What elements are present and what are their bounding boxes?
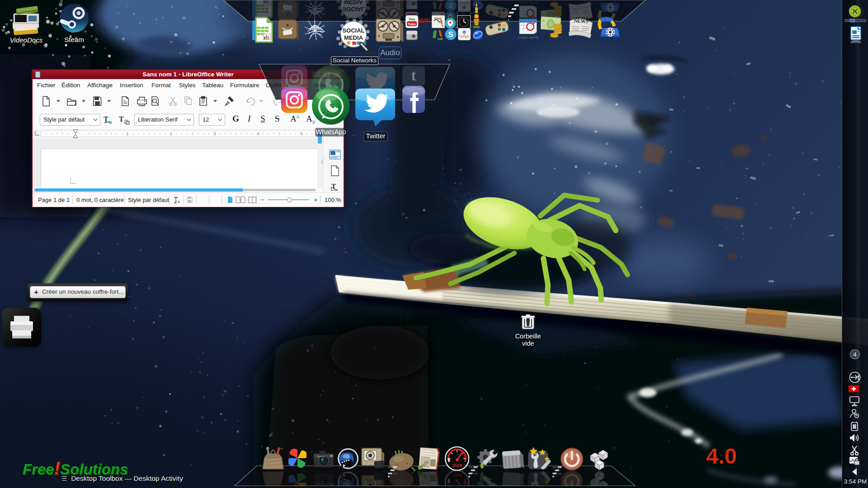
svg-text:You: You [409, 17, 415, 21]
svg-text:1h29: 1h29 [452, 464, 462, 468]
svg-text:SOCIAL: SOCIAL [342, 27, 364, 34]
svg-text:MEDIA: MEDIA [344, 34, 363, 41]
svg-text:NEWS: NEWS [574, 18, 589, 24]
svg-text:S: S [448, 31, 453, 38]
svg-text:Mamiya: Mamiya [317, 455, 325, 458]
svg-text:Google: Google [459, 34, 470, 38]
svg-text:Tube: Tube [408, 22, 416, 26]
